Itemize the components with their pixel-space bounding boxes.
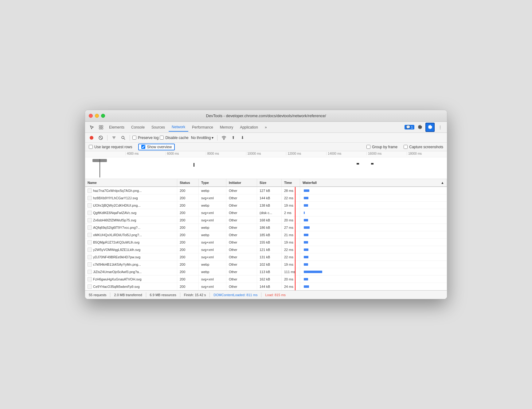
tab-actions: 💬 1 ⋮ (405, 123, 444, 132)
waterfall-bar-item (304, 226, 310, 229)
table-row[interactable]: AQfq69qS2Ig6lT9Y7vcc.png?... 200 webp Ot… (85, 224, 447, 231)
group-by-frame-input[interactable] (366, 145, 370, 149)
svg-line-11 (124, 138, 125, 140)
tab-performance[interactable]: Performance (189, 123, 216, 132)
table-body: haz7na7GxWnIpc5q7AGh.png... 200 webp Oth… (85, 187, 447, 290)
table-row[interactable]: xMKUHQxXLiRDiiUTol5J.png?... 200 webp Ot… (85, 231, 447, 239)
tab-more[interactable]: » (262, 123, 270, 132)
vertical-red-line (295, 187, 295, 290)
disable-cache-input[interactable] (160, 136, 164, 140)
table-row[interactable]: haz7na7GxWnIpc5q7AGh.png... 200 webp Oth… (85, 187, 447, 194)
tick-5: 12000 ms (286, 152, 326, 155)
cursor-icon[interactable] (88, 123, 96, 132)
waterfall-label: Waterfall (303, 181, 317, 185)
capture-screenshots-input[interactable] (404, 145, 408, 149)
tab-elements[interactable]: Elements (106, 123, 127, 132)
filter-button[interactable] (110, 134, 118, 142)
table-row[interactable]: tJOhr2jBQWy2CdKHDlUI.png... 200 webp Oth… (85, 202, 447, 209)
td-type: webp (199, 187, 226, 194)
td-waterfall (300, 253, 447, 260)
timeline-ruler: 4000 ms 6000 ms 8000 ms 10000 ms 12000 m… (85, 151, 447, 157)
toolbar-divider-1 (107, 135, 108, 141)
timeline-bar-2 (194, 163, 194, 167)
table-row[interactable]: hz8BXb9YlYLhCGarY12J.svg 200 svg+xml Oth… (85, 194, 447, 202)
settings-button-highlighted[interactable] (425, 123, 435, 132)
tick-6: 14000 ms (326, 152, 366, 155)
waterfall-bar-item (304, 285, 309, 288)
tick-2: 6000 ms (166, 152, 206, 155)
td-waterfall (300, 276, 447, 283)
td-waterfall (300, 202, 447, 209)
waterfall-bar-item (304, 234, 308, 236)
clear-button[interactable] (97, 134, 105, 142)
file-icon (88, 233, 92, 237)
network-toolbar: Preserve log Disable cache No throttling… (85, 133, 447, 143)
th-type[interactable]: Type (199, 179, 226, 186)
table-row[interactable]: y2W5yVOMWqgL8ZE1Lklh.svg 200 svg+xml Oth… (85, 246, 447, 253)
show-overview-input[interactable] (141, 145, 145, 149)
preserve-log-checkbox[interactable]: Preserve log (132, 136, 158, 140)
table-row[interactable]: FzH6gwuHgXuGnasATVOH.svg 200 svg+xml Oth… (85, 276, 447, 283)
status-divider-1 (110, 292, 110, 297)
table-row[interactable]: yDJ70NF49BREe9kHD7pw.svg 200 svg+xml Oth… (85, 253, 447, 261)
more-options-button[interactable]: ⋮ (436, 123, 444, 132)
disable-cache-checkbox[interactable]: Disable cache (160, 136, 188, 140)
resources-size: 6.9 MB resources (150, 293, 176, 297)
feedback-badge[interactable]: 💬 1 (405, 125, 414, 129)
th-time[interactable]: Time (282, 179, 300, 186)
upload-icon[interactable]: ⬆ (229, 134, 237, 142)
table-row[interactable]: JiZisZ4UmarOjo5cAwf3.png?a... 200 webp O… (85, 268, 447, 276)
td-status: 200 (177, 187, 199, 194)
table-row[interactable]: c7kf94kHB11kK5AyYyMn.png... 200 webp Oth… (85, 261, 447, 268)
td-name: xMKUHQxXLiRDiiUTol5J.png?... (85, 231, 177, 238)
th-waterfall[interactable]: Waterfall ▲ (300, 179, 447, 186)
capture-screenshots-checkbox[interactable]: Capture screenshots (404, 145, 443, 149)
th-initiator[interactable]: Initiator (226, 179, 257, 186)
tab-memory[interactable]: Memory (217, 123, 236, 132)
settings-button[interactable] (416, 123, 424, 132)
comment-icon: 💬 (406, 125, 410, 129)
search-button[interactable] (119, 134, 127, 142)
tab-application[interactable]: Application (237, 123, 261, 132)
wifi-icon[interactable] (220, 134, 228, 142)
tick-3: 8000 ms (206, 152, 246, 155)
table-row[interactable]: B5QMjpRJZ72xKQ3uWLlh.svg 200 svg+xml Oth… (85, 239, 447, 246)
chevron-down-icon: ▾ (212, 136, 213, 140)
timeline-content[interactable] (85, 157, 447, 179)
table-row[interactable]: Ce9YHacO35q8t5wbmFp9.svg 200 svg+xml Oth… (85, 283, 447, 290)
waterfall-bar-item (304, 278, 308, 280)
load-time: Load: 815 ms (265, 293, 286, 297)
close-button[interactable] (89, 114, 93, 118)
maximize-button[interactable] (101, 114, 105, 118)
waterfall-bar-item (304, 219, 308, 221)
file-icon (88, 262, 92, 267)
group-by-frame-checkbox[interactable]: Group by frame (366, 145, 397, 149)
td-waterfall (300, 283, 447, 290)
tab-console[interactable]: Console (128, 123, 148, 132)
table-row[interactable]: Zv6sbHi6fZfZMWufSp75.svg 200 svg+xml Oth… (85, 216, 447, 224)
devtools-window: DevTools - developer.chrome.com/docs/dev… (85, 110, 447, 299)
th-name[interactable]: Name (85, 179, 177, 186)
preserve-log-input[interactable] (132, 136, 136, 140)
tab-sources[interactable]: Sources (148, 123, 168, 132)
svg-line-6 (100, 137, 102, 139)
timeline-bar-3 (357, 163, 359, 165)
waterfall-bar-item (304, 271, 322, 273)
download-icon[interactable]: ⬇ (238, 134, 246, 142)
large-rows-input[interactable] (89, 145, 93, 149)
show-overview-checkbox[interactable]: Show overview (141, 145, 172, 149)
record-button[interactable] (88, 134, 96, 142)
show-overview-label: Show overview (147, 145, 172, 149)
tab-network[interactable]: Network (169, 123, 188, 132)
large-rows-checkbox[interactable]: Use large request rows (89, 145, 132, 149)
throttle-select[interactable]: No throttling ▾ (190, 135, 215, 141)
th-size[interactable]: Size (257, 179, 282, 186)
td-waterfall (300, 246, 447, 253)
inspect-icon[interactable] (97, 123, 105, 132)
timeline-scrubber[interactable] (100, 159, 100, 177)
table-row[interactable]: QgftKdlKE6NqaFwlZAVc.svg 200 svg+xml Oth… (85, 209, 447, 216)
options-row: Use large request rows Show overview Gro… (85, 143, 447, 151)
th-status[interactable]: Status (177, 179, 199, 186)
large-rows-label: Use large request rows (94, 145, 132, 149)
minimize-button[interactable] (95, 114, 99, 118)
